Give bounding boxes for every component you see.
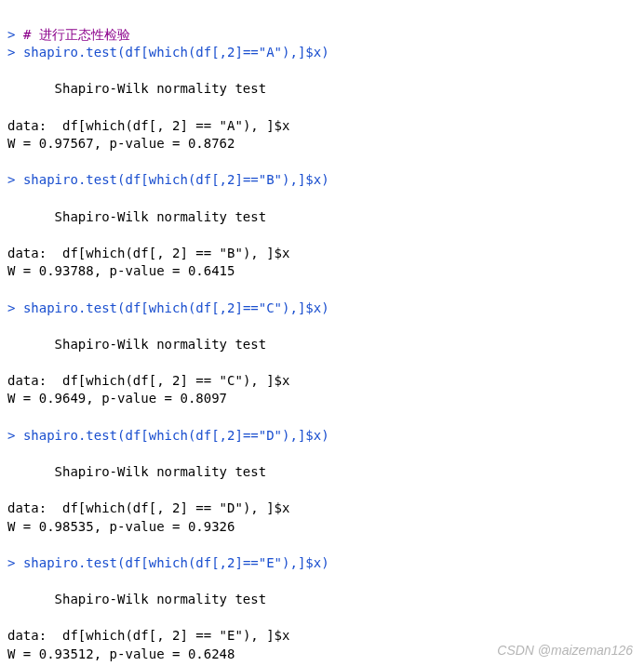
test-stats-line: W = 0.98535, p-value = 0.9326 (7, 519, 235, 534)
test-stats-line: W = 0.9649, p-value = 0.8097 (7, 391, 227, 406)
console-output: > # 进行正态性检验 > shapiro.test(df[which(df[,… (7, 7, 637, 663)
test-data-line: data: df[which(df[, 2] == "D"), ]$x (7, 500, 289, 515)
test-data-line: data: df[which(df[, 2] == "E"), ]$x (7, 628, 289, 643)
test-title: Shapiro-Wilk normality test (7, 209, 266, 224)
test-stats-line: W = 0.93512, p-value = 0.6248 (7, 646, 235, 661)
console-command: shapiro.test(df[which(df[,2]=="A"),]$x) (15, 45, 329, 60)
test-title: Shapiro-Wilk normality test (7, 81, 266, 96)
console-command: shapiro.test(df[which(df[,2]=="D"),]$x) (15, 428, 329, 443)
test-data-line: data: df[which(df[, 2] == "A"), ]$x (7, 118, 289, 133)
console-command: shapiro.test(df[which(df[,2]=="B"),]$x) (15, 172, 329, 187)
test-stats-line: W = 0.93788, p-value = 0.6415 (7, 263, 235, 278)
test-data-line: data: df[which(df[, 2] == "C"), ]$x (7, 373, 289, 388)
test-title: Shapiro-Wilk normality test (7, 592, 266, 606)
test-data-line: data: df[which(df[, 2] == "B"), ]$x (7, 246, 289, 260)
console-comment: # 进行正态性检验 (15, 27, 129, 42)
test-title: Shapiro-Wilk normality test (7, 464, 266, 479)
test-stats-line: W = 0.97567, p-value = 0.8762 (7, 136, 235, 151)
console-command: shapiro.test(df[which(df[,2]=="C"),]$x) (15, 300, 329, 315)
test-title: Shapiro-Wilk normality test (7, 337, 266, 352)
console-command: shapiro.test(df[which(df[,2]=="E"),]$x) (15, 555, 329, 570)
